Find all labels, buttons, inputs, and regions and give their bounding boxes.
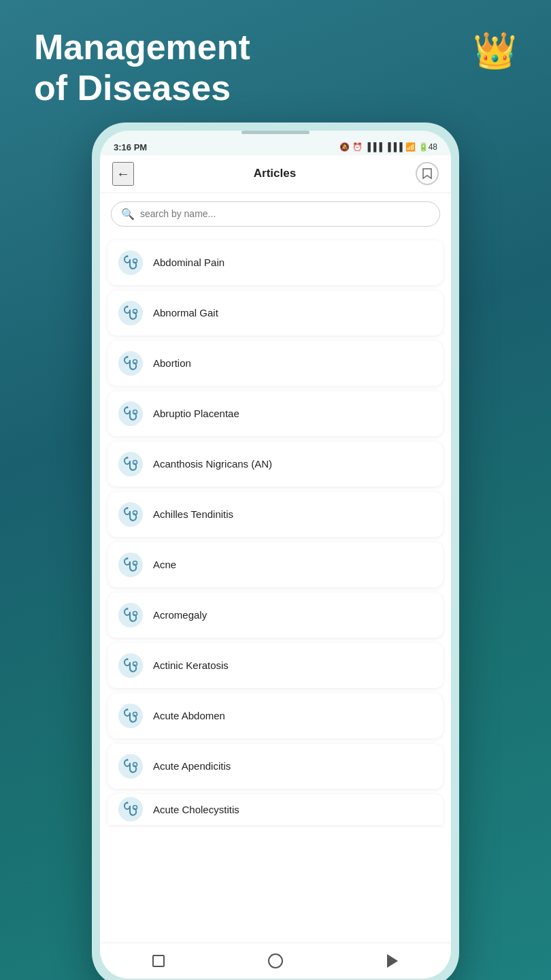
svg-point-38 <box>127 802 129 804</box>
square-icon <box>152 955 165 967</box>
svg-point-17 <box>127 457 129 459</box>
status-bar: 3:16 PM 🔕 ⏰ ▐▐▐ ▐▐▐ 📶 🔋48 <box>100 137 451 155</box>
search-box[interactable]: 🔍 <box>111 201 440 227</box>
stethoscope-icon <box>118 602 144 628</box>
mute-icon: 🔕 <box>339 142 350 152</box>
article-item[interactable]: Acute Cholecystitis <box>108 794 443 825</box>
stethoscope-icon <box>118 300 144 326</box>
stethoscope-icon <box>118 250 144 276</box>
battery-icon: 🔋48 <box>418 142 437 152</box>
article-name: Abruptio Placentae <box>153 408 239 419</box>
svg-point-32 <box>127 708 129 710</box>
article-item[interactable]: Acromegaly <box>108 593 443 638</box>
stethoscope-icon <box>118 350 144 376</box>
article-name: Achilles Tendinitis <box>153 508 233 520</box>
svg-point-11 <box>127 356 129 358</box>
app-title: Articles <box>254 167 296 180</box>
article-item[interactable]: Acute Abdomen <box>108 693 443 738</box>
article-item[interactable]: Abortion <box>108 341 443 386</box>
status-icons: 🔕 ⏰ ▐▐▐ ▐▐▐ 📶 🔋48 <box>339 142 437 152</box>
bottom-nav <box>100 943 451 979</box>
article-name: Abortion <box>153 357 191 369</box>
phone-frame: 3:16 PM 🔕 ⏰ ▐▐▐ ▐▐▐ 📶 🔋48 ← Articles <box>92 122 459 980</box>
article-item[interactable]: Acanthosis Nigricans (AN) <box>108 442 443 487</box>
bookmark-button[interactable] <box>416 162 439 185</box>
article-name: Abnormal Gait <box>153 307 218 318</box>
stethoscope-icon <box>118 401 144 427</box>
stethoscope-icon <box>118 796 144 822</box>
wifi-symbol: 📶 <box>405 142 416 152</box>
articles-list: Abdominal Pain Abnormal Gait Abortion Ab… <box>100 235 451 943</box>
stethoscope-icon <box>118 703 144 729</box>
menu-nav-button[interactable] <box>266 951 285 970</box>
article-item[interactable]: Abruptio Placentae <box>108 391 443 436</box>
bookmark-icon <box>422 167 433 180</box>
svg-point-8 <box>127 306 129 308</box>
stethoscope-icon <box>118 653 144 679</box>
svg-point-35 <box>127 759 129 761</box>
stethoscope-icon <box>118 552 144 578</box>
article-name: Actinic Keratosis <box>153 659 229 671</box>
search-input[interactable] <box>140 208 430 219</box>
alarm-icon: ⏰ <box>352 142 363 152</box>
article-item[interactable]: Abnormal Gait <box>108 291 443 336</box>
article-name: Acne <box>153 559 176 570</box>
article-item[interactable]: Achilles Tendinitis <box>108 492 443 537</box>
stethoscope-icon <box>118 451 144 477</box>
svg-point-5 <box>127 255 129 257</box>
status-time: 3:16 PM <box>114 142 147 152</box>
article-name: Acromegaly <box>153 609 207 621</box>
signal-icon: ▐▐▐ <box>365 142 383 152</box>
search-container: 🔍 <box>100 193 451 235</box>
svg-point-26 <box>127 608 129 610</box>
circle-icon <box>268 953 283 968</box>
phone-notch <box>241 131 310 134</box>
svg-point-23 <box>127 557 129 559</box>
article-item[interactable]: Actinic Keratosis <box>108 643 443 688</box>
stethoscope-icon <box>118 753 144 779</box>
article-item[interactable]: Acne <box>108 542 443 587</box>
crown-icon: 👑 <box>473 30 517 71</box>
triangle-icon <box>387 954 398 968</box>
search-icon: 🔍 <box>121 208 135 220</box>
svg-point-14 <box>127 406 129 408</box>
page-title: Management of Diseases <box>34 27 250 109</box>
home-nav-button[interactable] <box>149 951 168 970</box>
svg-point-29 <box>127 658 129 660</box>
app-header: ← Articles <box>100 155 451 193</box>
back-nav-button[interactable] <box>383 951 402 970</box>
stethoscope-icon <box>118 502 144 527</box>
article-name: Acute Apendicitis <box>153 760 231 772</box>
page-header: Management of Diseases 👑 <box>0 0 551 122</box>
article-name: Abdominal Pain <box>153 257 224 268</box>
svg-point-20 <box>127 507 129 509</box>
article-name: Acanthosis Nigricans (AN) <box>153 458 272 470</box>
article-item[interactable]: Abdominal Pain <box>108 240 443 285</box>
article-name: Acute Cholecystitis <box>153 804 239 815</box>
back-button[interactable]: ← <box>112 162 134 186</box>
article-name: Acute Abdomen <box>153 710 225 721</box>
wifi-icon: ▐▐▐ <box>385 142 403 152</box>
phone-inner: 3:16 PM 🔕 ⏰ ▐▐▐ ▐▐▐ 📶 🔋48 ← Articles <box>100 131 451 979</box>
article-item[interactable]: Acute Apendicitis <box>108 744 443 789</box>
